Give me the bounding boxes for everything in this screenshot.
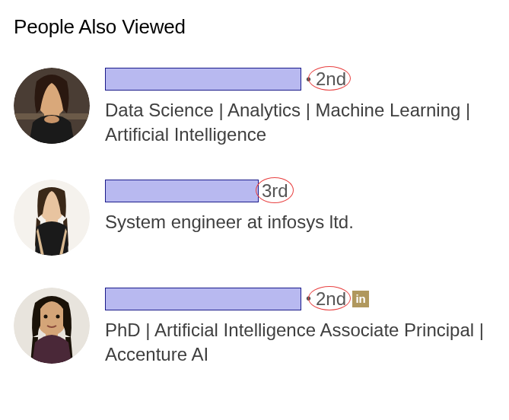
separator-dot: • xyxy=(306,71,311,88)
avatar[interactable] xyxy=(14,68,90,144)
person-headline: System engineer at infosys ltd. xyxy=(105,210,495,234)
avatar[interactable] xyxy=(14,180,90,256)
connection-degree-wrap: 2nd xyxy=(314,288,348,310)
person-info: • 2nd in PhD | Artificial Intelligence A… xyxy=(105,288,495,368)
name-redacted xyxy=(105,288,301,310)
people-list: • 2nd Data Science | Analytics | Machine… xyxy=(14,68,495,368)
avatar-icon xyxy=(14,288,90,364)
person-headline: Data Science | Analytics | Machine Learn… xyxy=(105,98,495,148)
person-card[interactable]: • 2nd in PhD | Artificial Intelligence A… xyxy=(14,288,495,368)
svg-point-14 xyxy=(56,314,60,318)
svg-point-5 xyxy=(44,116,59,123)
person-headline: PhD | Artificial Intelligence Associate … xyxy=(105,318,495,368)
linkedin-premium-icon: in xyxy=(352,291,369,307)
name-row: • 2nd xyxy=(105,68,495,91)
avatar-icon xyxy=(14,68,90,144)
connection-degree: 3rd xyxy=(260,180,290,202)
separator-dot: • xyxy=(306,290,311,307)
name-redacted xyxy=(105,180,259,202)
person-card[interactable]: 3rd System engineer at infosys ltd. xyxy=(14,180,495,256)
avatar-icon xyxy=(14,180,90,256)
name-redacted xyxy=(105,68,301,91)
name-row: • 2nd in xyxy=(105,288,495,310)
avatar[interactable] xyxy=(14,288,90,364)
connection-degree: 2nd xyxy=(314,68,348,90)
connection-degree-wrap: 3rd xyxy=(260,180,290,202)
section-title: People Also Viewed xyxy=(14,15,495,39)
person-info: 3rd System engineer at infosys ltd. xyxy=(105,180,495,234)
connection-degree: 2nd xyxy=(314,288,348,310)
person-card[interactable]: • 2nd Data Science | Analytics | Machine… xyxy=(14,68,495,148)
svg-point-13 xyxy=(44,314,48,318)
person-info: • 2nd Data Science | Analytics | Machine… xyxy=(105,68,495,148)
connection-degree-wrap: 2nd xyxy=(314,68,348,90)
name-row: 3rd xyxy=(105,180,495,202)
